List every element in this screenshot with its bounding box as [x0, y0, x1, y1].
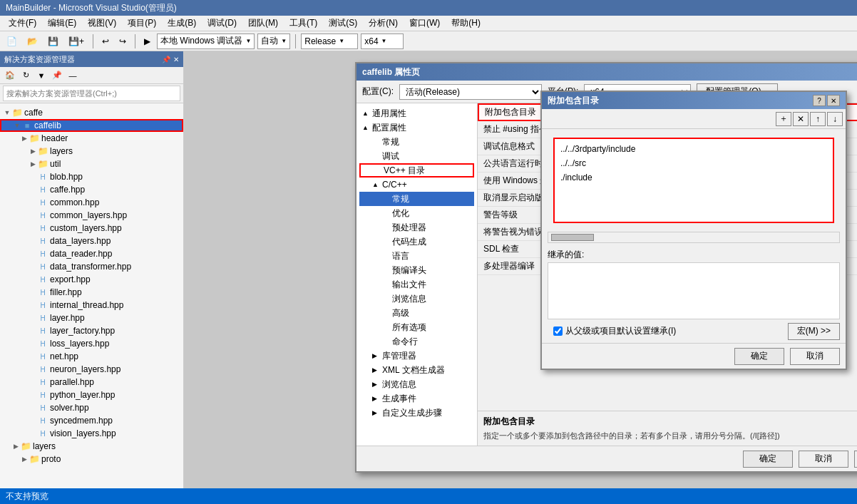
- tree-item-layers-1[interactable]: ▶ 📁 layers: [0, 145, 183, 158]
- menu-build[interactable]: 生成(B): [162, 16, 202, 31]
- prop-config[interactable]: ▲ 配置属性: [359, 120, 474, 135]
- panel-minus-btn[interactable]: —: [66, 69, 80, 82]
- inherit-checkbox-label: 从父级或项目默认设置继承(I): [565, 325, 676, 337]
- tree-item-syncedmem[interactable]: H syncedmem.hpp: [0, 414, 183, 427]
- menu-window[interactable]: 窗口(W): [404, 16, 446, 31]
- panel-close[interactable]: ✕: [173, 56, 179, 63]
- tree-item-python-layer[interactable]: H python_layer.hpp: [0, 389, 183, 401]
- panel-pin-btn[interactable]: 📌: [50, 69, 64, 82]
- file-icon-python-layer: H: [37, 389, 48, 401]
- include-delete-btn[interactable]: ✕: [793, 112, 809, 126]
- tree-item-filler[interactable]: H filler.hpp: [0, 286, 183, 299]
- tree-item-neuron-layers[interactable]: H neuron_layers.hpp: [0, 363, 183, 376]
- include-hscrollbar[interactable]: [548, 232, 840, 243]
- tree-item-net[interactable]: H net.hpp: [0, 350, 183, 363]
- prop-pch[interactable]: 预编译头: [359, 263, 474, 277]
- caffelib-ok-btn[interactable]: 确定: [743, 451, 793, 468]
- include-item-3rdparty[interactable]: ../../3rdparty/include: [558, 142, 830, 156]
- include-item-include[interactable]: ./include: [558, 170, 830, 185]
- panel-filter-btn[interactable]: ▼: [34, 69, 48, 82]
- tree-item-caffelib[interactable]: ▼ ■ caffelib: [0, 119, 183, 132]
- tree-item-blob[interactable]: H blob.hpp: [0, 170, 183, 183]
- tree-item-layers-root[interactable]: ▶ 📁 layers: [0, 440, 183, 453]
- prop-preprocessor[interactable]: 预处理器: [359, 220, 474, 235]
- toolbar-new[interactable]: 📄: [3, 34, 21, 49]
- include-ok-btn[interactable]: 确定: [734, 348, 784, 365]
- prop-optimize[interactable]: 优化: [359, 206, 474, 220]
- tree-item-common-hpp[interactable]: H common.hpp: [0, 196, 183, 209]
- config-select[interactable]: 活动(Release): [399, 84, 542, 100]
- prop-all-options[interactable]: 所有选项: [359, 320, 474, 334]
- prop-custom-build[interactable]: ▶ 自定义生成步骤: [359, 406, 474, 420]
- prop-cpp-section[interactable]: ▲ C/C++: [359, 178, 474, 192]
- menu-file[interactable]: 文件(F): [3, 16, 42, 31]
- prop-general[interactable]: ▲ 通用属性: [359, 106, 474, 120]
- tree-item-proto[interactable]: ▶ 📁 proto: [0, 453, 183, 466]
- prop-lib-mgr[interactable]: ▶ 库管理器: [359, 349, 474, 363]
- tree-item-caffe[interactable]: ▼ 📁 caffe: [0, 106, 183, 119]
- tree-item-parallel[interactable]: H parallel.hpp: [0, 376, 183, 389]
- include-up-btn[interactable]: ↑: [810, 112, 826, 126]
- menu-help[interactable]: 帮助(H): [446, 16, 486, 31]
- toolbar-save[interactable]: 💾: [44, 34, 62, 49]
- tree-item-layer-factory[interactable]: H layer_factory.hpp: [0, 324, 183, 337]
- panel-home-btn[interactable]: 🏠: [3, 69, 17, 82]
- prop-cpp-general[interactable]: 常规: [359, 192, 474, 206]
- prop-output[interactable]: 输出文件: [359, 277, 474, 292]
- menu-analyze[interactable]: 分析(N): [363, 16, 404, 31]
- tree-item-internal-thread[interactable]: H internal_thread.hpp: [0, 299, 183, 312]
- tree-item-caffe-hpp[interactable]: H caffe.hpp: [0, 183, 183, 196]
- tree-item-common-layers[interactable]: H common_layers.hpp: [0, 209, 183, 222]
- prop-browse[interactable]: 浏览信息: [359, 292, 474, 306]
- menu-team[interactable]: 团队(M): [242, 16, 284, 31]
- dialog-include-help-btn[interactable]: ?: [813, 95, 826, 106]
- caffelib-apply-btn[interactable]: 应用(A): [854, 451, 857, 468]
- toolbar-mode-dropdown[interactable]: 自动 ▼: [257, 34, 290, 49]
- prop-vc-dir[interactable]: VC++ 目录: [359, 163, 474, 178]
- macro-btn[interactable]: 宏(M) >>: [788, 323, 840, 340]
- prop-language[interactable]: 语言: [359, 249, 474, 263]
- prop-codegen[interactable]: 代码生成: [359, 235, 474, 249]
- toolbar-saveall[interactable]: 💾+: [65, 34, 88, 49]
- prop-cmdline[interactable]: 命令行: [359, 334, 474, 349]
- include-cancel-btn[interactable]: 取消: [790, 348, 840, 365]
- toolbar-undo[interactable]: ↩: [98, 34, 113, 49]
- menu-view[interactable]: 视图(V): [82, 16, 122, 31]
- tree-item-layer[interactable]: H layer.hpp: [0, 312, 183, 324]
- tree-item-custom-layers[interactable]: H custom_layers.hpp: [0, 222, 183, 235]
- toolbar-config-dropdown[interactable]: Release ▼: [301, 34, 358, 49]
- prop-xml-gen[interactable]: ▶ XML 文档生成器: [359, 363, 474, 377]
- menu-test[interactable]: 测试(S): [323, 16, 363, 31]
- prop-build-events[interactable]: ▶ 生成事件: [359, 391, 474, 406]
- solution-search-input[interactable]: [3, 86, 180, 101]
- toolbar-debugger-dropdown[interactable]: 本地 Windows 调试器 ▼: [157, 34, 255, 49]
- toolbar-open[interactable]: 📂: [24, 34, 41, 49]
- caffelib-cancel-btn[interactable]: 取消: [799, 451, 848, 468]
- prop-debug[interactable]: 调试: [359, 149, 474, 163]
- tree-item-data-transformer[interactable]: H data_transformer.hpp: [0, 260, 183, 273]
- menu-tools[interactable]: 工具(T): [284, 16, 323, 31]
- tree-item-header[interactable]: ▶ 📁 header: [0, 132, 183, 145]
- prop-common[interactable]: 常规: [359, 135, 474, 149]
- menu-debug[interactable]: 调试(D): [202, 16, 242, 31]
- include-down-btn[interactable]: ↓: [827, 112, 843, 126]
- include-item-src[interactable]: ../../src: [558, 156, 830, 170]
- include-add-btn[interactable]: ＋: [776, 112, 791, 126]
- tree-item-solver[interactable]: H solver.hpp: [0, 401, 183, 414]
- toolbar-redo[interactable]: ↪: [116, 34, 130, 49]
- dialog-include-close-btn[interactable]: ✕: [827, 95, 840, 106]
- tree-item-loss-layers[interactable]: H loss_layers.hpp: [0, 337, 183, 350]
- inherit-checkbox-input[interactable]: [553, 326, 563, 336]
- prop-browse-info[interactable]: ▶ 浏览信息: [359, 377, 474, 391]
- toolbar-platform-dropdown[interactable]: x64 ▼: [361, 34, 404, 49]
- panel-refresh-btn[interactable]: ↻: [19, 69, 33, 82]
- tree-item-util[interactable]: ▶ 📁 util: [0, 158, 183, 170]
- panel-pin[interactable]: 📌: [162, 56, 170, 63]
- prop-advanced[interactable]: 高级: [359, 306, 474, 320]
- menu-edit[interactable]: 编辑(E): [42, 16, 82, 31]
- tree-item-data-reader[interactable]: H data_reader.hpp: [0, 247, 183, 260]
- tree-item-export[interactable]: H export.hpp: [0, 273, 183, 286]
- tree-item-data-layers[interactable]: H data_layers.hpp: [0, 235, 183, 247]
- tree-item-vision-layers[interactable]: H vision_layers.hpp: [0, 427, 183, 440]
- menu-project[interactable]: 项目(P): [122, 16, 162, 31]
